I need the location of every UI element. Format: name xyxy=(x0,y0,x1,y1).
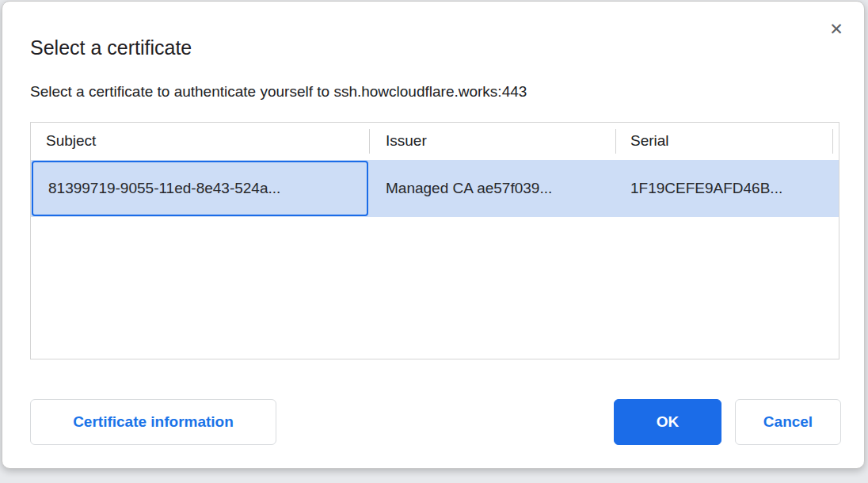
certificate-table: Subject Issuer Serial 81399719-9055-11ed… xyxy=(30,122,839,359)
column-divider xyxy=(832,129,833,154)
table-row-certificate[interactable]: 81399719-9055-11ed-8e43-524a... Managed … xyxy=(31,160,839,217)
column-divider xyxy=(615,129,616,154)
cell-issuer[interactable]: Managed CA ae57f039... xyxy=(386,160,615,217)
column-header-issuer[interactable]: Issuer xyxy=(386,132,427,150)
column-header-subject[interactable]: Subject xyxy=(46,132,96,150)
column-header-serial[interactable]: Serial xyxy=(630,132,669,150)
column-divider xyxy=(369,129,370,154)
dialog-title: Select a certificate xyxy=(30,36,192,59)
cell-subject[interactable]: 81399719-9055-11ed-8e43-524a... xyxy=(32,161,368,216)
cell-serial[interactable]: 1F19CEFE9AFD46B... xyxy=(630,160,832,217)
dialog-subtitle: Select a certificate to authenticate you… xyxy=(30,83,527,101)
certificate-information-button[interactable]: Certificate information xyxy=(30,399,276,445)
table-header: Subject Issuer Serial xyxy=(31,123,839,160)
ok-button[interactable]: OK xyxy=(614,399,721,445)
certificate-select-dialog: ✕ Select a certificate Select a certific… xyxy=(2,1,865,469)
close-icon[interactable]: ✕ xyxy=(824,17,848,41)
cancel-button[interactable]: Cancel xyxy=(735,399,841,445)
